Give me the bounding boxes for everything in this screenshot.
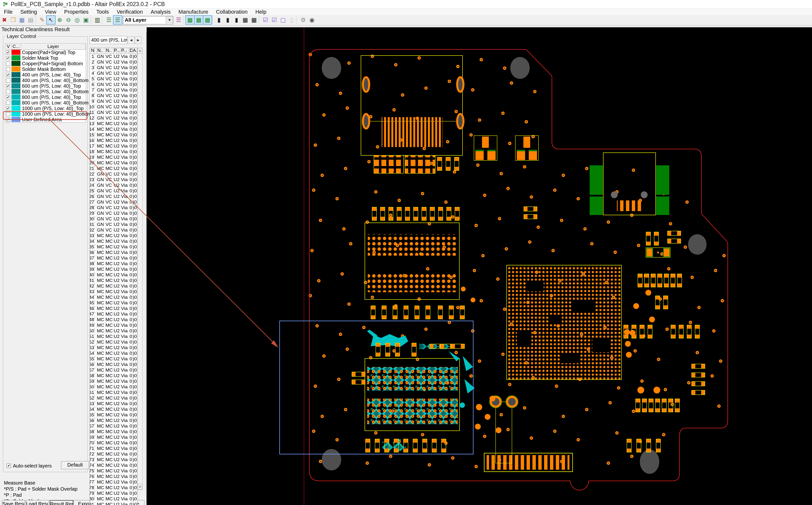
menu-setting[interactable]: Setting — [16, 9, 41, 15]
auto-select-checkbox[interactable]: ✔ — [7, 464, 11, 468]
result-row[interactable]: 1'GNVCU2Via0)0 — [90, 54, 137, 59]
result-row[interactable]: 27'GNVCU2Via0)0 — [90, 199, 137, 205]
result-row[interactable]: 13'MCMCU2Via0)0 — [90, 121, 137, 127]
board-view-icon[interactable]: ▥ — [93, 16, 102, 24]
menu-analysis[interactable]: Analysis — [147, 9, 175, 15]
result-row[interactable]: 75'MCMCU2Via0)0 — [90, 468, 137, 474]
result-row[interactable]: 64'MCMCU2Via0)0 — [90, 406, 137, 412]
result-tab[interactable]: 400 um (P/S, Low — [90, 36, 127, 44]
print-icon[interactable]: ▤ — [26, 16, 35, 24]
menu-verification[interactable]: Verification — [113, 9, 147, 15]
result-row[interactable]: 69'MCMCU2Via0)0 — [90, 435, 137, 440]
scroll-down-icon[interactable]: ∨ — [138, 484, 142, 490]
result-row[interactable]: 58'MCMCU2Via0)0 — [90, 373, 137, 379]
result-row[interactable]: 67'MCMCU2Via0)0 — [90, 424, 137, 429]
result-row[interactable]: 11'GNVCU2Via0)0 — [90, 110, 137, 116]
result-row[interactable]: 48'MCMCU2Via0)0 — [90, 317, 137, 323]
result-row[interactable]: 34'MCMCU2Via0)0 — [90, 238, 137, 244]
zoom-in-icon[interactable]: ⊕ — [55, 16, 64, 24]
layer-stack-icon[interactable]: ☰ — [105, 16, 113, 24]
result-row[interactable]: 72'MCMCU2Via0)0 — [90, 452, 137, 457]
layer-row[interactable]: 400 um (P/S, Low: 40)_Bottom — [5, 78, 86, 83]
result-row[interactable]: 19'MCMCU2Via0)0 — [90, 155, 137, 160]
layer-select-dropdown[interactable]: All Layer▼ — [123, 16, 173, 24]
open-folder-icon[interactable]: ❐ — [9, 16, 17, 24]
result-row[interactable]: 28'GNVCU2Via0)0 — [90, 205, 137, 211]
result-row[interactable]: 55'MCMCU2Via0)0 — [90, 356, 137, 362]
result-row[interactable]: 70'MCMCU2Via0)0 — [90, 440, 137, 446]
result-row[interactable]: 63'MCMCU2Via0)0 — [90, 401, 137, 406]
menu-collaboration[interactable]: Collaboration — [212, 9, 252, 15]
zoom-out-icon[interactable]: ⊖ — [64, 16, 72, 24]
result-row[interactable]: 78'MCMCU2Via0)0 — [90, 485, 137, 491]
pcb-bottom-icon[interactable]: ▩ — [195, 16, 203, 24]
layer-row[interactable]: ✔User Defined Area — [5, 117, 86, 123]
layer-row[interactable]: 600 um (P/S, Low: 40)_Bottom — [5, 89, 86, 95]
result-row[interactable]: 57'MCMCU2Via0)0 — [90, 367, 137, 373]
view-dark-4-icon[interactable]: ▦ — [241, 16, 250, 24]
view-dark-2-icon[interactable]: ▮ — [223, 16, 232, 24]
result-row[interactable]: 26'GNVCU2Via0)0 — [90, 194, 137, 199]
result-row[interactable]: 30'GNVCU2Via0)0 — [90, 216, 137, 222]
result-row[interactable]: 50'MCMCU2Via0)0 — [90, 328, 137, 334]
result-row[interactable]: 23'GNVCU2Via0)0 — [90, 177, 137, 183]
result-row[interactable]: 56'MCMCU2Via0)0 — [90, 362, 137, 367]
camera-icon[interactable]: ◉ — [308, 16, 316, 24]
menu-view[interactable]: View — [41, 9, 60, 15]
layer-color-icon[interactable]: ☰ — [174, 16, 183, 24]
layer-visible-checkbox[interactable]: ✔ — [6, 118, 10, 122]
result-row[interactable]: 42'MCMCU2Via0)0 — [90, 284, 137, 289]
save-icon[interactable]: ▦ — [18, 16, 26, 24]
result-row[interactable]: 5'GNVCU2Via0)0 — [90, 76, 137, 82]
result-row[interactable]: 46'MCMCU2Via0)0 — [90, 306, 137, 311]
layer-row[interactable]: 800 um (P/S, Low: 40)_Bottom — [5, 100, 86, 106]
tab-prev-button[interactable]: ◀ — [128, 36, 135, 44]
result-row[interactable]: 79'MCMCU2Via0)0 — [90, 491, 137, 496]
result-row[interactable]: 32'GNVCU2Via0)0 — [90, 227, 137, 233]
tools-icon[interactable]: ⚙ — [299, 16, 307, 24]
result-row[interactable]: 39'MCMCU2Via0)0 — [90, 267, 137, 272]
layer-visible-checkbox[interactable] — [6, 67, 10, 71]
pcb-edit-icon[interactable]: ▩ — [203, 16, 212, 24]
result-row[interactable]: 47'MCMCU2Via0)0 — [90, 311, 137, 317]
layer-visible-checkbox[interactable] — [6, 90, 10, 94]
result-row[interactable]: 38'MCMCU2Via0)0 — [90, 261, 137, 267]
layer-visible-checkbox[interactable] — [6, 78, 10, 82]
result-row[interactable]: 40'MCMCU2Via0)0 — [90, 272, 137, 278]
result-row[interactable]: 60'MCMCU2Via0)0 — [90, 384, 137, 390]
result-row[interactable]: 29'GNVCU2Via0)0 — [90, 211, 137, 216]
verify-2-icon[interactable]: ☑ — [270, 16, 278, 24]
result-row[interactable]: 54'MCMCU2Via0)0 — [90, 351, 137, 356]
chevron-down-icon[interactable]: ▼ — [166, 16, 173, 24]
result-row[interactable]: 65'MCMCU2Via0)0 — [90, 412, 137, 418]
result-row[interactable]: 9'GNVCU2Via0)0 — [90, 99, 137, 104]
result-row[interactable]: 20'MCMCU2Via0)0 — [90, 160, 137, 166]
result-row[interactable]: 41'MCMCU2Via0)0 — [90, 278, 137, 284]
result-row[interactable]: 21'MCMCU2Via0)0 — [90, 166, 137, 171]
result-row[interactable]: 77'MCMCU2Via0)0 — [90, 479, 137, 485]
result-row[interactable]: 80'MCMCU2Via0)0 — [90, 496, 137, 502]
default-button[interactable]: Default — [61, 461, 89, 469]
result-row[interactable]: 31'GNVCU2Via0)0 — [90, 222, 137, 227]
result-row[interactable]: 59'MCMCU2Via0)0 — [90, 379, 137, 384]
layer-row[interactable]: ✔400 um (P/S, Low: 40)_Top — [5, 72, 86, 78]
result-row[interactable]: 49'MCMCU2Via0)0 — [90, 323, 137, 328]
pen-icon[interactable]: ✎ — [38, 16, 46, 24]
result-row[interactable]: 4'GNVCU2Via0)0 — [90, 70, 137, 76]
result-row[interactable]: 10'GNVCU2Via0)0 — [90, 104, 137, 110]
result-row[interactable]: 51'MCMCU2Via0)0 — [90, 334, 137, 339]
result-row[interactable]: 15'MCMCU2Via0)0 — [90, 132, 137, 138]
layer-row[interactable]: Copper(Pad+Signal) Bottom — [5, 61, 86, 66]
zoom-fit-icon[interactable]: ▣ — [82, 16, 90, 24]
result-row[interactable]: 43'MCMCU2Via0)0 — [90, 289, 137, 295]
result-row[interactable]: 71'MCMCU2Via0)0 — [90, 446, 137, 452]
save-result-button[interactable]: Save Result — [2, 500, 25, 505]
result-row[interactable]: 61'MCMCU2Via0)0 — [90, 390, 137, 395]
result-row[interactable]: 7'GNVCU2Via0)0 — [90, 88, 137, 93]
pcb-canvas[interactable] — [147, 27, 812, 505]
tab-next-button[interactable]: ▶ — [135, 36, 142, 44]
result-row[interactable]: 16'MCMCU2Via0)0 — [90, 138, 137, 143]
layer-visible-checkbox[interactable]: ✔ — [6, 107, 10, 111]
result-row[interactable]: 2'GNVCU2Via0)0 — [90, 59, 137, 65]
layer-visible-checkbox[interactable] — [6, 61, 10, 66]
